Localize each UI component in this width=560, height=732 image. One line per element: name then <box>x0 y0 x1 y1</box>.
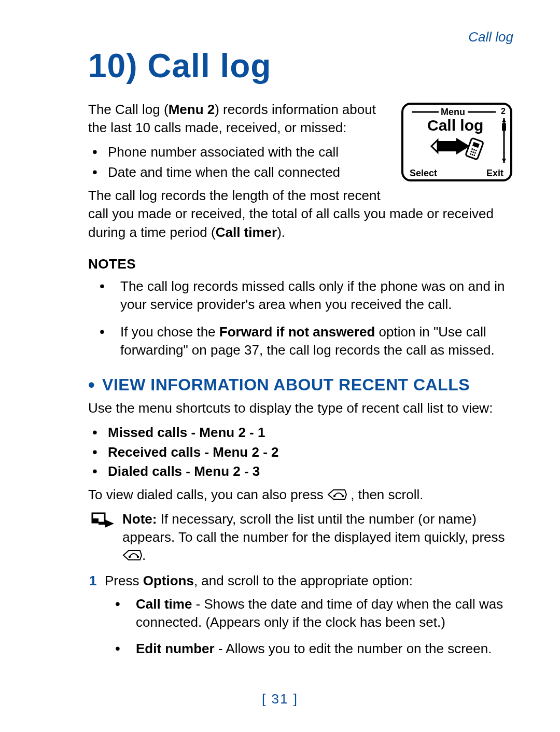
menu-item-text: Received calls - Menu 2 - 2 <box>108 444 278 460</box>
option-name: Edit number <box>136 641 215 656</box>
list-item: Phone number associated with the call <box>108 143 513 161</box>
svg-marker-24 <box>105 519 114 528</box>
options-list: Call time - Shows the date and time of d… <box>88 595 513 658</box>
menu-shortcut-list: Missed calls - Menu 2 - 1 Received calls… <box>88 424 513 480</box>
section-heading-text: VIEW INFORMATION ABOUT RECENT CALLS <box>102 374 470 396</box>
bullet-text: Phone number associated with the call <box>108 144 339 160</box>
phone-menu-index: 2 <box>501 107 506 116</box>
phone-menu-label: Menu <box>441 107 465 117</box>
call-key-icon <box>122 550 142 561</box>
list-item: Dialed calls - Menu 2 - 3 <box>108 462 513 481</box>
list-item: Received calls - Menu 2 - 2 <box>108 443 513 461</box>
section-heading-view-recent-calls: • VIEW INFORMATION ABOUT RECENT CALLS <box>88 374 513 396</box>
page-number: [ 31 ] <box>0 691 560 707</box>
intro-p2-bold: Call timer <box>216 224 277 240</box>
section-intro: Use the menu shortcuts to display the ty… <box>88 399 513 417</box>
note-block: Note: If necessary, scroll the list unti… <box>88 510 513 565</box>
notes-label: NOTES <box>88 255 513 273</box>
intro-p2-post: ). <box>277 224 285 240</box>
list-item: Call time - Shows the date and time of d… <box>136 595 513 631</box>
body-content: Menu 2 Call log <box>88 101 513 658</box>
list-item: The call log records missed calls only i… <box>120 277 513 314</box>
svg-rect-6 <box>502 123 506 131</box>
list-item: Date and time when the call connected <box>108 163 513 181</box>
running-head: Call log <box>468 29 513 45</box>
intro-p1-pre: The Call log ( <box>88 102 169 117</box>
step-number: 1 <box>89 572 96 590</box>
intro-p1-bold: Menu 2 <box>169 102 215 117</box>
after-pre: To view dialed calls, you can also press <box>88 487 327 502</box>
step-text-post: , and scroll to the appropriate option: <box>194 573 413 588</box>
document-page: Call log 10) Call log Menu 2 Call log <box>0 0 560 732</box>
svg-point-20 <box>333 495 335 497</box>
bullet-text: Date and time when the call connected <box>108 164 340 180</box>
step-item: 1 Press Options, and scroll to the appro… <box>105 572 513 590</box>
intro-paragraph-2: The call log records the length of the m… <box>88 187 513 241</box>
step-text-pre: Press <box>105 573 143 588</box>
note-text: Note: If necessary, scroll the list unti… <box>122 510 513 565</box>
svg-point-21 <box>342 495 344 497</box>
intro-p2-pre: The call log records the length of the m… <box>88 188 494 240</box>
steps-list: 1 Press Options, and scroll to the appro… <box>88 572 513 590</box>
menu-item-text: Missed calls - Menu 2 - 1 <box>108 425 265 440</box>
option-desc: - Allows you to edit the number on the s… <box>215 641 492 656</box>
chapter-title: 10) Call log <box>88 47 513 85</box>
note-arrow-icon <box>91 512 114 565</box>
option-name: Call time <box>136 596 192 612</box>
svg-rect-25 <box>99 523 105 525</box>
after-post: , then scroll. <box>351 487 423 502</box>
svg-rect-23 <box>92 518 99 523</box>
call-key-icon <box>327 489 347 500</box>
note-body-post: . <box>142 547 146 563</box>
note-body-pre: If necessary, scroll the list until the … <box>122 511 505 545</box>
note-text: The call log records missed calls only i… <box>120 278 505 312</box>
step-text-bold: Options <box>143 573 194 588</box>
note-text-pre: If you chose the <box>120 324 219 340</box>
note-text-bold: Forward if not answered <box>219 324 379 340</box>
bullet-icon: • <box>88 376 95 395</box>
phone-screen-title: Call log <box>427 117 483 134</box>
list-item: If you chose the Forward if not answered… <box>120 323 513 359</box>
list-item: Edit number - Allows you to edit the num… <box>136 640 513 658</box>
svg-point-26 <box>129 556 131 558</box>
after-menus-paragraph: To view dialed calls, you can also press… <box>88 486 513 504</box>
note-label: Note: <box>122 511 157 527</box>
notes-list: The call log records missed calls only i… <box>88 277 513 359</box>
menu-item-text: Dialed calls - Menu 2 - 3 <box>108 463 260 479</box>
list-item: Missed calls - Menu 2 - 1 <box>108 424 513 442</box>
svg-point-27 <box>137 556 139 558</box>
